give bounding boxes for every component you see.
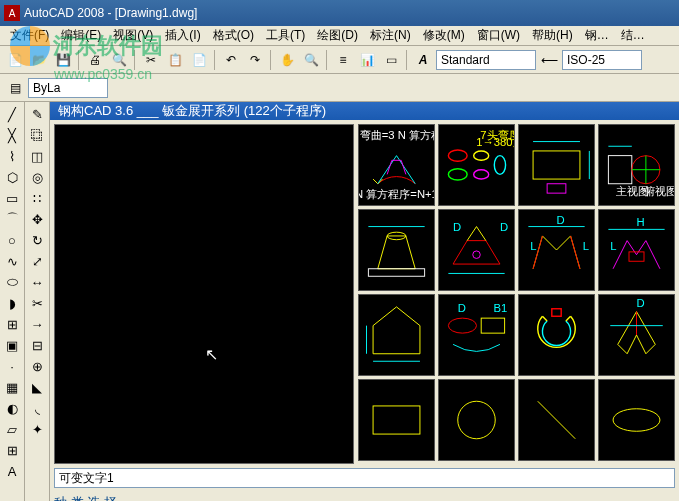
iso-combo[interactable]: ISO-25 [562,50,642,70]
menu-tools[interactable]: 工具(T) [260,27,311,44]
extend-icon[interactable]: → [27,314,47,334]
chamfer-icon[interactable]: ◣ [27,377,47,397]
menu-insert[interactable]: 插入(I) [159,27,206,44]
ellipse-arc-icon[interactable]: ◗ [2,293,22,313]
thumb-2[interactable]: 7头弯度1→380度 [438,124,515,206]
dim-style-icon[interactable]: ⟵ [538,49,560,71]
paste-icon[interactable]: 📄 [188,49,210,71]
menu-struct[interactable]: 结… [615,27,651,44]
thumb-5[interactable] [358,209,435,291]
menu-edit[interactable]: 编辑(E) [55,27,107,44]
thumb-11[interactable] [518,294,595,376]
menu-window[interactable]: 窗口(W) [471,27,526,44]
line-icon[interactable]: ╱ [2,104,22,124]
polygon-icon[interactable]: ⬡ [2,167,22,187]
hatch-icon[interactable]: ▦ [2,377,22,397]
insert-block-icon[interactable]: ⊞ [2,314,22,334]
thumb-6[interactable]: DD [438,209,515,291]
pan-icon[interactable]: ✋ [276,49,298,71]
text-style-icon[interactable]: A [412,49,434,71]
layer-combo[interactable]: ByLa [28,78,108,98]
thumb-16[interactable] [598,379,675,461]
svg-text:H: H [637,216,645,228]
menu-steel[interactable]: 钢… [579,27,615,44]
app-icon: A [4,5,20,21]
fillet-icon[interactable]: ◟ [27,398,47,418]
open-icon[interactable]: 📂 [28,49,50,71]
thumb-15[interactable] [518,379,595,461]
style-combo[interactable]: Standard [436,50,536,70]
toolbar-standard: 📄 📂 💾 🖨 🔍 ✂ 📋 📄 ↶ ↷ ✋ 🔍 ≡ 📊 ▭ A Standard… [0,46,679,74]
svg-line-45 [542,316,547,321]
region-icon[interactable]: ▱ [2,419,22,439]
menu-view[interactable]: 视图(V) [107,27,159,44]
new-icon[interactable]: 📄 [4,49,26,71]
layer-manager-icon[interactable]: ▤ [4,77,26,99]
make-block-icon[interactable]: ▣ [2,335,22,355]
spline-icon[interactable]: ∿ [2,251,22,271]
menu-draw[interactable]: 绘图(D) [311,27,364,44]
rotate-icon[interactable]: ↻ [27,230,47,250]
layers-icon[interactable]: ≡ [332,49,354,71]
array-icon[interactable]: ∷ [27,188,47,208]
save-icon[interactable]: 💾 [52,49,74,71]
point-icon[interactable]: · [2,356,22,376]
print-icon[interactable]: 🖨 [84,49,106,71]
main-preview[interactable]: ↖ [54,124,354,464]
menu-annotate[interactable]: 标注(N) [364,27,417,44]
thumb-4[interactable]: 主视图俯视图 [598,124,675,206]
svg-point-52 [458,401,496,439]
thumb-12[interactable]: D [598,294,675,376]
thumbnail-grid: 斜切弯头 弯曲=3 N 算方程序=N+1N 算方程序=N+1 7头弯度1→380… [358,124,675,464]
break-icon[interactable]: ⊟ [27,335,47,355]
svg-line-46 [566,316,571,321]
arc-icon[interactable]: ⌒ [2,209,22,229]
mtext-icon[interactable]: A [2,461,22,481]
menu-help[interactable]: 帮助(H) [526,27,579,44]
work-area: ╱ ╳ ⌇ ⬡ ▭ ⌒ ○ ∿ ⬭ ◗ ⊞ ▣ · ▦ ◐ ▱ ⊞ A ✎ ⿻ … [0,102,679,501]
preview-icon[interactable]: 🔍 [108,49,130,71]
move-icon[interactable]: ✥ [27,209,47,229]
thumb-8[interactable]: LH [598,209,675,291]
variable-text-input[interactable] [54,468,675,488]
trim-icon[interactable]: ✂ [27,293,47,313]
menu-format[interactable]: 格式(O) [207,27,260,44]
svg-point-5 [474,151,489,160]
thumb-9[interactable] [358,294,435,376]
copy-obj-icon[interactable]: ⿻ [27,125,47,145]
pline-icon[interactable]: ⌇ [2,146,22,166]
explode-icon[interactable]: ✦ [27,419,47,439]
zoom-icon[interactable]: 🔍 [300,49,322,71]
offset-icon[interactable]: ◎ [27,167,47,187]
rect-icon[interactable]: ▭ [2,188,22,208]
thumb-10[interactable]: DB1 [438,294,515,376]
thumb-7[interactable]: LLD [518,209,595,291]
svg-text:L: L [610,240,616,252]
thumb-13[interactable] [358,379,435,461]
mirror-icon[interactable]: ◫ [27,146,47,166]
stretch-icon[interactable]: ↔ [27,272,47,292]
thumb-3[interactable] [518,124,595,206]
block-icon[interactable]: ▭ [380,49,402,71]
copy-icon[interactable]: 📋 [164,49,186,71]
erase-icon[interactable]: ✎ [27,104,47,124]
circle-icon[interactable]: ○ [2,230,22,250]
join-icon[interactable]: ⊕ [27,356,47,376]
gradient-icon[interactable]: ◐ [2,398,22,418]
scale-icon[interactable]: ⤢ [27,251,47,271]
undo-icon[interactable]: ↶ [220,49,242,71]
menu-bar: 文件(F) 编辑(E) 视图(V) 插入(I) 格式(O) 工具(T) 绘图(D… [0,26,679,46]
svg-rect-42 [481,318,504,333]
menu-modify[interactable]: 修改(M) [417,27,471,44]
properties-icon[interactable]: 📊 [356,49,378,71]
menu-file[interactable]: 文件(F) [4,27,55,44]
thumb-1[interactable]: 斜切弯头 弯曲=3 N 算方程序=N+1N 算方程序=N+1 [358,124,435,206]
separator [270,50,272,70]
table-icon[interactable]: ⊞ [2,440,22,460]
xline-icon[interactable]: ╳ [2,125,22,145]
cut-icon[interactable]: ✂ [140,49,162,71]
thumb-14[interactable] [438,379,515,461]
ellipse-icon[interactable]: ⬭ [2,272,22,292]
separator [214,50,216,70]
redo-icon[interactable]: ↷ [244,49,266,71]
